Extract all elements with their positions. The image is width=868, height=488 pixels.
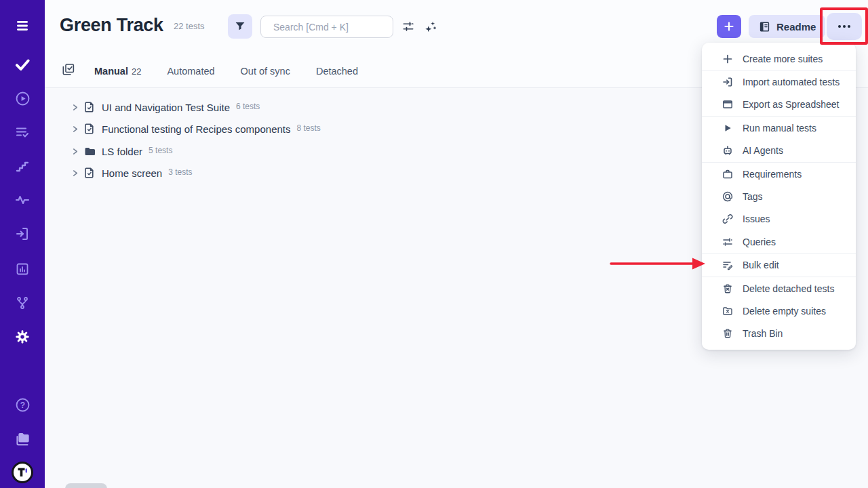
pulse-icon[interactable] xyxy=(0,188,45,211)
annotation-arrow xyxy=(607,255,706,272)
tests-count: 22 tests xyxy=(174,21,205,31)
trash-x-icon xyxy=(722,283,733,294)
menu-item-tags[interactable]: Tags xyxy=(702,185,856,207)
suite-name: LS folder xyxy=(102,146,142,157)
tab-manual-count: 22 xyxy=(132,66,141,77)
at-sign-icon xyxy=(722,191,733,202)
trash-icon xyxy=(722,328,733,339)
link-icon xyxy=(722,214,733,224)
suite-row[interactable]: LS folder 5 tests xyxy=(71,142,172,160)
briefcase-icon xyxy=(722,169,733,180)
chevron-right-icon[interactable] xyxy=(71,103,79,112)
suite-count: 3 tests xyxy=(168,167,192,177)
robot-icon xyxy=(722,145,733,156)
document-check-icon xyxy=(83,101,96,113)
menu-item-issues[interactable]: Issues xyxy=(702,208,856,230)
sidebar: ? xyxy=(0,0,45,488)
tabbar: Manual22 Automated Out of sync Detached xyxy=(61,62,384,79)
search-box xyxy=(260,16,393,38)
menu-item-delete-detached-tests[interactable]: Delete detached tests xyxy=(702,277,856,300)
suite-name: UI and Navigation Test Suite xyxy=(102,102,230,113)
menu-item-import-automated-tests[interactable]: Import automated tests xyxy=(702,70,856,93)
menu-item-delete-empty-suites[interactable]: Delete empty suites xyxy=(702,300,856,322)
gear-icon[interactable] xyxy=(0,325,45,348)
suite-count: 6 tests xyxy=(236,102,260,111)
tab-out-of-sync[interactable]: Out of sync xyxy=(241,66,290,77)
document-check-icon xyxy=(83,123,96,135)
folder-x-icon xyxy=(722,306,733,317)
folders-icon[interactable] xyxy=(0,427,45,450)
bottom-chip xyxy=(65,483,107,488)
sliders-icon xyxy=(722,237,733,247)
folder-icon xyxy=(83,145,96,157)
ellipsis-icon xyxy=(837,24,851,28)
menu-item-trash-bin[interactable]: Trash Bin xyxy=(702,323,856,345)
menu-item-bulk-edit[interactable]: Bulk edit xyxy=(702,254,856,277)
search-input[interactable] xyxy=(273,22,396,33)
tab-automated[interactable]: Automated xyxy=(167,66,214,77)
readme-label: Readme xyxy=(776,21,816,33)
import-icon xyxy=(722,77,733,87)
suite-row[interactable]: Home screen 3 tests xyxy=(71,164,193,182)
bulk-edit-icon xyxy=(722,260,733,270)
suite-name: Functional testing of Recipes components xyxy=(102,123,291,135)
suite-row[interactable]: Functional testing of Recipes components… xyxy=(71,120,321,138)
plus-icon xyxy=(722,54,733,64)
svg-text:?: ? xyxy=(20,400,24,409)
suite-count: 8 tests xyxy=(297,123,321,133)
suite-name: Home screen xyxy=(102,167,162,179)
funnel-icon xyxy=(234,20,246,33)
suite-count: 5 tests xyxy=(149,146,172,155)
menu-item-ai-agents[interactable]: AI Agents xyxy=(702,140,856,162)
table-icon xyxy=(722,99,733,110)
branch-icon[interactable] xyxy=(0,291,45,314)
hamburger-icon[interactable] xyxy=(0,14,45,37)
sparkles-ai-icon[interactable] xyxy=(423,20,437,37)
play-icon xyxy=(722,123,733,134)
plus-icon xyxy=(724,21,734,32)
app-root: ? Green Track 22 tests Readme xyxy=(0,0,868,488)
import-icon[interactable] xyxy=(0,222,45,245)
suite-row[interactable]: UI and Navigation Test Suite 6 tests xyxy=(71,98,260,116)
menu-item-queries[interactable]: Queries xyxy=(702,230,856,253)
book-icon xyxy=(758,20,771,33)
readme-button[interactable]: Readme xyxy=(749,15,825,38)
more-button[interactable] xyxy=(827,13,862,40)
milestones-steps-icon[interactable] xyxy=(0,155,45,178)
tab-detached[interactable]: Detached xyxy=(316,66,358,77)
filter-button[interactable] xyxy=(228,14,252,39)
tab-manual[interactable]: Manual22 xyxy=(94,66,141,77)
chevron-right-icon[interactable] xyxy=(71,125,79,134)
menu-item-run-manual-tests[interactable]: Run manual tests xyxy=(702,117,856,139)
select-all-icon[interactable] xyxy=(61,62,75,79)
add-button[interactable] xyxy=(717,15,741,38)
chevron-right-icon[interactable] xyxy=(71,147,79,156)
more-dropdown-menu: Create more suites Import automated test… xyxy=(702,43,856,350)
help-icon[interactable]: ? xyxy=(0,393,45,416)
app-logo[interactable] xyxy=(0,461,45,484)
page-title: Green Track xyxy=(60,15,163,36)
chart-square-icon[interactable] xyxy=(0,258,45,281)
chevron-right-icon[interactable] xyxy=(71,169,79,178)
menu-item-export-as-spreadsheet[interactable]: Export as Spreadsheet xyxy=(702,94,856,116)
plans-list-check-icon[interactable] xyxy=(0,121,45,144)
runs-play-circle-icon[interactable] xyxy=(0,87,45,110)
document-check-icon xyxy=(83,167,96,179)
tune-icon[interactable] xyxy=(401,20,415,36)
tests-check-icon[interactable] xyxy=(0,53,45,76)
menu-item-create-more-suites[interactable]: Create more suites xyxy=(702,47,856,70)
menu-item-requirements[interactable]: Requirements xyxy=(702,163,856,185)
